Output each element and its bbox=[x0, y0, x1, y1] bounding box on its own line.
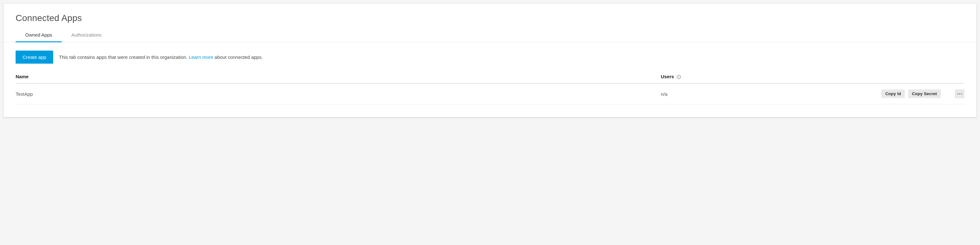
copy-id-button[interactable]: Copy Id bbox=[881, 89, 905, 98]
toolbar: Create app This tab contains apps that w… bbox=[3, 42, 977, 71]
copy-secret-button[interactable]: Copy Secret bbox=[908, 89, 941, 98]
tab-description: This tab contains apps that were created… bbox=[59, 54, 262, 60]
learn-more-link[interactable]: Learn more bbox=[189, 54, 213, 60]
svg-point-3 bbox=[957, 93, 958, 94]
app-name-cell: TestApp bbox=[16, 83, 661, 104]
svg-point-4 bbox=[959, 93, 960, 94]
table-row: TestApp n/a Copy Id Copy Secret bbox=[16, 83, 964, 104]
column-header-users: Users bbox=[661, 71, 794, 83]
users-header-label: Users bbox=[661, 74, 674, 79]
svg-point-5 bbox=[961, 93, 962, 94]
description-text-after: about connected apps. bbox=[213, 54, 263, 60]
table-header-row: Name Users bbox=[16, 71, 964, 83]
column-header-actions bbox=[794, 71, 964, 83]
info-circle-icon[interactable] bbox=[676, 75, 681, 79]
users-cell: n/a bbox=[661, 83, 794, 104]
tab-owned-apps[interactable]: Owned Apps bbox=[16, 29, 62, 42]
page-title: Connected Apps bbox=[3, 3, 977, 29]
description-text-before: This tab contains apps that were created… bbox=[59, 54, 189, 60]
tabs-container: Owned Apps Authorizations bbox=[3, 29, 977, 42]
column-header-name: Name bbox=[16, 71, 661, 83]
create-app-button[interactable]: Create app bbox=[16, 51, 53, 64]
more-actions-button[interactable] bbox=[955, 89, 964, 98]
more-horizontal-icon bbox=[957, 93, 962, 94]
svg-point-2 bbox=[679, 76, 679, 76]
tab-authorizations[interactable]: Authorizations bbox=[62, 29, 111, 42]
apps-table: Name Users TestApp n/a bbox=[16, 71, 964, 104]
actions-cell: Copy Id Copy Secret bbox=[794, 83, 964, 104]
connected-apps-panel: Connected Apps Owned Apps Authorizations… bbox=[3, 3, 977, 118]
